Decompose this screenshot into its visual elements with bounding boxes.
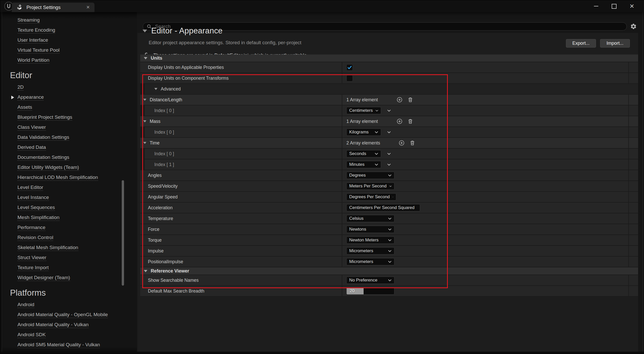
dropdown-angles[interactable]: Degrees — [346, 172, 394, 179]
collapse-arrow-icon[interactable] — [154, 88, 157, 90]
sidebar-item-label[interactable]: Level Instance — [17, 195, 49, 201]
sidebar-item-label[interactable]: Appearance — [17, 94, 44, 101]
sidebar-item-skeletal-mesh-simplification[interactable]: Skeletal Mesh Simplification — [2, 243, 137, 253]
collapse-arrow-icon[interactable] — [144, 57, 147, 59]
sidebar-item-label[interactable]: Performance — [17, 225, 45, 231]
sidebar-item-label[interactable]: Texture Encoding — [17, 27, 55, 33]
sidebar-item-virtual-texture-pool[interactable]: Virtual Texture Pool — [2, 45, 137, 55]
collapse-arrow-icon[interactable] — [143, 120, 146, 122]
dropdown-torque[interactable]: Newton Meters — [346, 237, 394, 244]
unit-dropdown-minutes[interactable]: Minutes — [346, 161, 381, 168]
sidebar-item-android-sm5-material-quality-vulkan[interactable]: Android SM5 Material Quality - Vulkan — [2, 340, 137, 350]
delete-array-icon[interactable] — [407, 118, 413, 124]
close-button[interactable]: ✕ — [629, 3, 635, 9]
sidebar-item-label[interactable]: Revision Control — [17, 235, 53, 241]
sidebar-item-label[interactable]: User Interface — [17, 37, 48, 43]
sidebar-item-struct-viewer[interactable]: Struct Viewer — [2, 253, 137, 263]
sidebar-item-appearance[interactable]: Appearance — [2, 92, 137, 102]
sidebar-item-label[interactable]: Hierarchical LOD Mesh Simplification — [17, 175, 98, 181]
sidebar-item-world-partition[interactable]: World Partition — [2, 55, 137, 65]
add-array-element-icon[interactable] — [396, 97, 403, 103]
sidebar-item-label[interactable]: Android Material Quality - Vulkan — [17, 322, 89, 328]
maximize-button[interactable] — [611, 3, 617, 9]
sidebar-item-label[interactable]: Widget Designer (Team) — [17, 275, 70, 281]
sidebar-item-user-interface[interactable]: User Interface — [2, 35, 137, 45]
sidebar-item-label[interactable]: Struct Viewer — [17, 255, 46, 261]
sidebar-item-label[interactable]: Derived Data — [17, 144, 46, 151]
import-button[interactable]: Import... — [600, 39, 630, 48]
element-options-dropdown[interactable] — [387, 131, 391, 133]
sidebar-item-label[interactable]: Android Material Quality - OpenGL Mobile — [17, 312, 108, 318]
checkbox-display-units-on-applicable-properties[interactable] — [346, 64, 353, 71]
dropdown-speed-velocity[interactable]: Meters Per Second — [346, 183, 394, 190]
collapse-page-arrow-icon[interactable] — [143, 30, 147, 32]
element-options-dropdown[interactable] — [387, 153, 391, 155]
sidebar-item-performance[interactable]: Performance — [2, 223, 137, 233]
sidebar-item-android[interactable]: Android — [2, 300, 137, 310]
sidebar-item-hierarchical-lod-mesh-simplification[interactable]: Hierarchical LOD Mesh Simplification — [2, 173, 137, 183]
sidebar-item-label[interactable]: Editor Utility Widgets (Team) — [17, 165, 79, 171]
dropdown-force[interactable]: Newtons — [346, 226, 394, 233]
view-options-gear-icon[interactable] — [630, 23, 637, 30]
sidebar-item-streaming[interactable]: Streaming — [2, 15, 137, 25]
sidebar-item-texture-encoding[interactable]: Texture Encoding — [2, 25, 137, 35]
sidebar-item-label[interactable]: Level Sequences — [17, 205, 55, 211]
element-options-dropdown[interactable] — [387, 110, 391, 112]
sidebar-item-texture-import[interactable]: Texture Import — [2, 263, 137, 273]
unit-dropdown-seconds[interactable]: Seconds — [346, 150, 381, 157]
dropdown-acceleration[interactable]: Centimeters Per Second Squared — [346, 204, 420, 211]
element-options-dropdown[interactable] — [387, 164, 391, 166]
sidebar-item-label[interactable]: World Partition — [17, 57, 49, 63]
add-array-element-icon[interactable] — [399, 140, 405, 146]
sidebar-item-editor-utility-widgets-team[interactable]: Editor Utility Widgets (Team) — [2, 162, 137, 173]
dropdown-temperature[interactable]: Celsius — [346, 215, 394, 222]
sidebar-item-assets[interactable]: Assets — [2, 102, 137, 112]
sidebar-item-label[interactable]: Assets — [17, 104, 32, 111]
delete-array-icon[interactable] — [407, 97, 413, 103]
dropdown-show-searchable-names[interactable]: No Preference — [346, 277, 394, 284]
collapse-arrow-icon[interactable] — [143, 142, 146, 144]
sidebar-item-mesh-simplification[interactable]: Mesh Simplification — [2, 213, 137, 223]
unit-dropdown-centimeters[interactable]: Centimeters — [346, 107, 381, 114]
dropdown-positionalimpulse[interactable]: Micrometers — [346, 258, 394, 265]
search-input[interactable] — [155, 23, 623, 30]
export-button[interactable]: Export... — [566, 39, 596, 48]
checkbox-display-units-on-component-transforms[interactable] — [346, 75, 353, 81]
unit-dropdown-kilograms[interactable]: Kilograms — [346, 129, 381, 136]
sidebar-item-label[interactable]: Data Validation Settings — [17, 134, 69, 141]
sidebar-item-2d[interactable]: 2D — [2, 82, 137, 92]
tab-close-icon[interactable]: ✕ — [84, 5, 90, 10]
sidebar-item-label[interactable]: Mesh Simplification — [17, 215, 60, 221]
sidebar-item-level-sequences[interactable]: Level Sequences — [2, 203, 137, 213]
sidebar-item-label[interactable]: Virtual Texture Pool — [17, 47, 60, 53]
add-array-element-icon[interactable] — [396, 118, 403, 124]
sidebar-item-documentation-settings[interactable]: Documentation Settings — [2, 152, 137, 162]
sidebar-scrollbar-thumb[interactable] — [122, 180, 124, 286]
sidebar-item-label[interactable]: Class Viewer — [17, 124, 46, 131]
sidebar-item-label[interactable]: Level Editor — [17, 185, 43, 191]
sidebar-item-label[interactable]: Documentation Settings — [17, 155, 69, 161]
sidebar-item-revision-control[interactable]: Revision Control — [2, 233, 137, 243]
delete-array-icon[interactable] — [409, 140, 415, 146]
sidebar-item-android-sdk[interactable]: Android SDK — [2, 330, 137, 340]
sidebar-item-label[interactable]: Texture Import — [17, 265, 49, 271]
collapse-arrow-icon[interactable] — [143, 99, 146, 101]
sidebar-item-class-viewer[interactable]: Class Viewer — [2, 122, 137, 132]
sidebar-item-level-editor[interactable]: Level Editor — [2, 183, 137, 193]
sidebar-item-data-validation-settings[interactable]: Data Validation Settings — [2, 132, 137, 142]
dropdown-impulse[interactable]: Micrometers — [346, 247, 394, 255]
sidebar-item-label[interactable]: Streaming — [17, 17, 40, 23]
sidebar-item-level-instance[interactable]: Level Instance — [2, 193, 137, 203]
sidebar-item-android-material-quality-vulkan[interactable]: Android Material Quality - Vulkan — [2, 320, 137, 330]
number-input-default-max-search-breadth[interactable]: 20 — [346, 287, 394, 295]
sidebar-item-label[interactable]: Skeletal Mesh Simplification — [17, 245, 78, 251]
sidebar-item-widget-designer-team[interactable]: Widget Designer (Team) — [2, 273, 137, 283]
dropdown-angular-speed[interactable]: Degrees Per Second — [346, 193, 396, 201]
section-header-reference-viewer[interactable]: Reference Viewer — [140, 267, 638, 275]
minimize-button[interactable] — [593, 3, 599, 9]
sidebar-item-label[interactable]: 2D — [17, 84, 24, 90]
sidebar-item-label[interactable]: Blueprint Project Settings — [17, 114, 72, 121]
section-header-units[interactable]: Units — [140, 55, 638, 62]
collapse-arrow-icon[interactable] — [144, 270, 147, 272]
subsection-advanced[interactable]: Advanced — [145, 84, 638, 95]
